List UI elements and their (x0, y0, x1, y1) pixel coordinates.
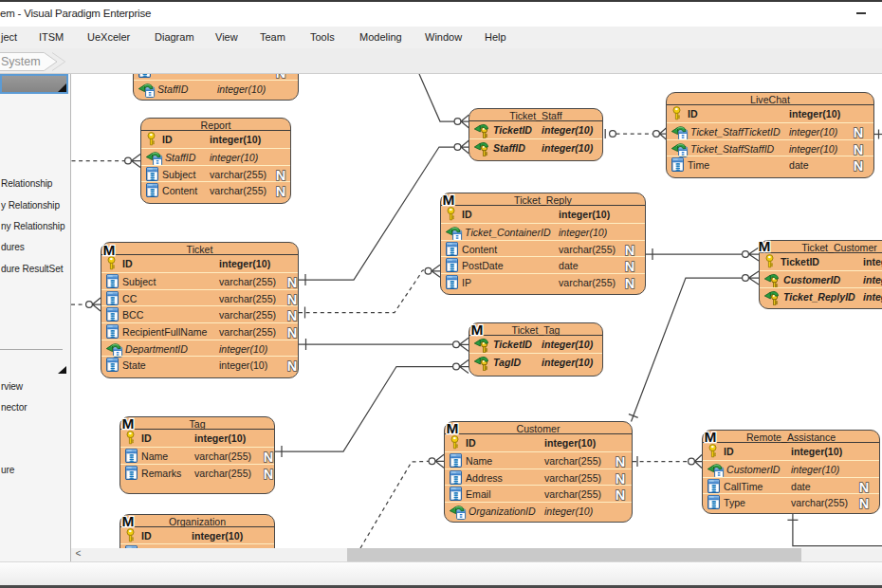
svg-text:N: N (854, 141, 864, 157)
svg-text:N: N (859, 495, 870, 511)
svg-text:N: N (276, 167, 286, 183)
svg-text:M: M (447, 421, 459, 436)
svg-text:N: N (625, 242, 635, 258)
svg-text:N: N (616, 470, 626, 487)
svg-text:N: N (264, 466, 274, 482)
svg-text:N: N (287, 324, 298, 340)
svg-text:N: N (264, 449, 274, 465)
svg-text:N: N (625, 275, 635, 291)
svg-text:N: N (859, 479, 870, 495)
svg-text:M: M (103, 243, 116, 258)
svg-text:M: M (471, 322, 484, 338)
svg-text:M: M (443, 193, 455, 208)
svg-text:N: N (616, 453, 626, 469)
svg-text:N: N (287, 307, 298, 323)
svg-text:N: N (276, 183, 286, 199)
svg-text:M: M (122, 514, 135, 529)
svg-text:System: System (1, 55, 41, 68)
svg-text:N: N (625, 258, 635, 274)
svg-text:N: N (616, 487, 626, 503)
svg-text:N: N (854, 124, 864, 140)
svg-text:M: M (122, 416, 135, 432)
svg-text:M: M (705, 430, 717, 445)
svg-text:N: N (287, 291, 298, 307)
svg-text:N: N (287, 358, 298, 374)
svg-text:M: M (759, 239, 771, 254)
svg-text:N: N (854, 157, 864, 174)
svg-text:N: N (287, 274, 298, 290)
